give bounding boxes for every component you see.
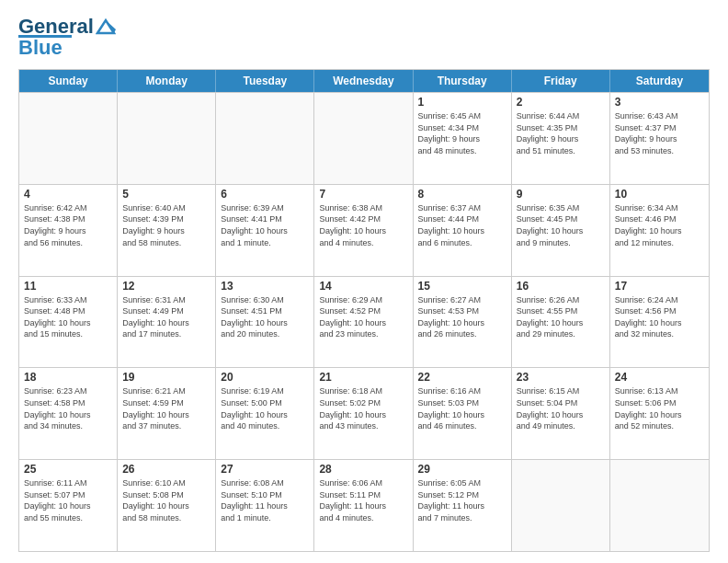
day-info: Sunrise: 6:16 AM Sunset: 5:03 PM Dayligh… bbox=[418, 385, 506, 431]
day-number: 7 bbox=[319, 188, 407, 201]
day-number: 12 bbox=[122, 280, 210, 293]
day-cell-23: 23Sunrise: 6:15 AM Sunset: 5:04 PM Dayli… bbox=[512, 368, 610, 459]
logo-blue: Blue bbox=[18, 36, 63, 60]
day-cell-25: 25Sunrise: 6:11 AM Sunset: 5:07 PM Dayli… bbox=[19, 460, 118, 551]
day-cell-19: 19Sunrise: 6:21 AM Sunset: 4:59 PM Dayli… bbox=[118, 368, 216, 459]
day-info: Sunrise: 6:08 AM Sunset: 5:10 PM Dayligh… bbox=[221, 477, 309, 523]
day-info: Sunrise: 6:38 AM Sunset: 4:42 PM Dayligh… bbox=[319, 202, 407, 248]
day-info: Sunrise: 6:37 AM Sunset: 4:44 PM Dayligh… bbox=[418, 202, 506, 248]
day-number: 1 bbox=[418, 96, 506, 109]
day-number: 29 bbox=[418, 463, 506, 476]
day-number: 6 bbox=[221, 188, 309, 201]
day-number: 26 bbox=[122, 463, 210, 476]
empty-cell-r0c2 bbox=[216, 93, 314, 184]
day-cell-8: 8Sunrise: 6:37 AM Sunset: 4:44 PM Daylig… bbox=[414, 185, 512, 276]
day-cell-15: 15Sunrise: 6:27 AM Sunset: 4:53 PM Dayli… bbox=[414, 277, 512, 368]
day-info: Sunrise: 6:11 AM Sunset: 5:07 PM Dayligh… bbox=[24, 477, 112, 523]
day-number: 3 bbox=[615, 96, 704, 109]
calendar-row-5: 25Sunrise: 6:11 AM Sunset: 5:07 PM Dayli… bbox=[19, 459, 709, 551]
weekday-header-thursday: Thursday bbox=[414, 70, 512, 92]
day-info: Sunrise: 6:18 AM Sunset: 5:02 PM Dayligh… bbox=[319, 385, 407, 431]
weekday-header-saturday: Saturday bbox=[610, 70, 709, 92]
day-info: Sunrise: 6:39 AM Sunset: 4:41 PM Dayligh… bbox=[221, 202, 309, 248]
day-info: Sunrise: 6:45 AM Sunset: 4:34 PM Dayligh… bbox=[418, 110, 506, 156]
calendar-row-2: 4Sunrise: 6:42 AM Sunset: 4:38 PM Daylig… bbox=[19, 184, 709, 276]
empty-cell-r0c3 bbox=[314, 93, 413, 184]
day-cell-13: 13Sunrise: 6:30 AM Sunset: 4:51 PM Dayli… bbox=[216, 277, 314, 368]
day-cell-20: 20Sunrise: 6:19 AM Sunset: 5:00 PM Dayli… bbox=[216, 368, 314, 459]
day-number: 13 bbox=[221, 280, 309, 293]
day-info: Sunrise: 6:19 AM Sunset: 5:00 PM Dayligh… bbox=[221, 385, 309, 431]
day-info: Sunrise: 6:40 AM Sunset: 4:39 PM Dayligh… bbox=[122, 202, 210, 248]
day-cell-17: 17Sunrise: 6:24 AM Sunset: 4:56 PM Dayli… bbox=[610, 277, 709, 368]
day-cell-5: 5Sunrise: 6:40 AM Sunset: 4:39 PM Daylig… bbox=[118, 185, 216, 276]
day-number: 9 bbox=[517, 188, 605, 201]
day-number: 15 bbox=[418, 280, 506, 293]
calendar: SundayMondayTuesdayWednesdayThursdayFrid… bbox=[18, 69, 710, 552]
empty-cell-r4c6 bbox=[610, 460, 709, 551]
day-cell-16: 16Sunrise: 6:26 AM Sunset: 4:55 PM Dayli… bbox=[512, 277, 610, 368]
day-number: 28 bbox=[319, 463, 407, 476]
day-cell-26: 26Sunrise: 6:10 AM Sunset: 5:08 PM Dayli… bbox=[118, 460, 216, 551]
day-cell-28: 28Sunrise: 6:06 AM Sunset: 5:11 PM Dayli… bbox=[314, 460, 413, 551]
page: General Blue SundayMondayTuesdayWednesda… bbox=[0, 0, 728, 563]
day-cell-14: 14Sunrise: 6:29 AM Sunset: 4:52 PM Dayli… bbox=[314, 277, 413, 368]
day-number: 14 bbox=[319, 280, 407, 293]
weekday-header-friday: Friday bbox=[512, 70, 610, 92]
day-cell-9: 9Sunrise: 6:35 AM Sunset: 4:45 PM Daylig… bbox=[512, 185, 610, 276]
day-number: 25 bbox=[24, 463, 112, 476]
day-number: 10 bbox=[615, 188, 704, 201]
day-cell-21: 21Sunrise: 6:18 AM Sunset: 5:02 PM Dayli… bbox=[314, 368, 413, 459]
day-number: 24 bbox=[615, 371, 704, 384]
day-cell-3: 3Sunrise: 6:43 AM Sunset: 4:37 PM Daylig… bbox=[610, 93, 709, 184]
header: General Blue bbox=[18, 15, 710, 60]
day-number: 8 bbox=[418, 188, 506, 201]
calendar-row-1: 1Sunrise: 6:45 AM Sunset: 4:34 PM Daylig… bbox=[19, 92, 709, 184]
day-info: Sunrise: 6:26 AM Sunset: 4:55 PM Dayligh… bbox=[517, 294, 605, 340]
day-cell-11: 11Sunrise: 6:33 AM Sunset: 4:48 PM Dayli… bbox=[19, 277, 118, 368]
empty-cell-r4c5 bbox=[512, 460, 610, 551]
day-info: Sunrise: 6:33 AM Sunset: 4:48 PM Dayligh… bbox=[24, 294, 112, 340]
day-number: 4 bbox=[24, 188, 112, 201]
day-info: Sunrise: 6:44 AM Sunset: 4:35 PM Dayligh… bbox=[517, 110, 605, 156]
day-number: 27 bbox=[221, 463, 309, 476]
logo-icon bbox=[96, 17, 116, 37]
day-info: Sunrise: 6:30 AM Sunset: 4:51 PM Dayligh… bbox=[221, 294, 309, 340]
day-info: Sunrise: 6:34 AM Sunset: 4:46 PM Dayligh… bbox=[615, 202, 704, 248]
weekday-header-sunday: Sunday bbox=[19, 70, 118, 92]
day-number: 22 bbox=[418, 371, 506, 384]
day-cell-7: 7Sunrise: 6:38 AM Sunset: 4:42 PM Daylig… bbox=[314, 185, 413, 276]
day-info: Sunrise: 6:24 AM Sunset: 4:56 PM Dayligh… bbox=[615, 294, 704, 340]
day-info: Sunrise: 6:06 AM Sunset: 5:11 PM Dayligh… bbox=[319, 477, 407, 523]
day-info: Sunrise: 6:35 AM Sunset: 4:45 PM Dayligh… bbox=[517, 202, 605, 248]
day-number: 5 bbox=[122, 188, 210, 201]
day-info: Sunrise: 6:10 AM Sunset: 5:08 PM Dayligh… bbox=[122, 477, 210, 523]
calendar-header: SundayMondayTuesdayWednesdayThursdayFrid… bbox=[19, 70, 709, 92]
calendar-row-3: 11Sunrise: 6:33 AM Sunset: 4:48 PM Dayli… bbox=[19, 276, 709, 368]
day-cell-29: 29Sunrise: 6:05 AM Sunset: 5:12 PM Dayli… bbox=[414, 460, 512, 551]
day-number: 23 bbox=[517, 371, 605, 384]
day-info: Sunrise: 6:29 AM Sunset: 4:52 PM Dayligh… bbox=[319, 294, 407, 340]
day-number: 20 bbox=[221, 371, 309, 384]
day-cell-1: 1Sunrise: 6:45 AM Sunset: 4:34 PM Daylig… bbox=[414, 93, 512, 184]
calendar-row-4: 18Sunrise: 6:23 AM Sunset: 4:58 PM Dayli… bbox=[19, 367, 709, 459]
day-number: 11 bbox=[24, 280, 112, 293]
day-cell-12: 12Sunrise: 6:31 AM Sunset: 4:49 PM Dayli… bbox=[118, 277, 216, 368]
day-info: Sunrise: 6:27 AM Sunset: 4:53 PM Dayligh… bbox=[418, 294, 506, 340]
day-number: 2 bbox=[517, 96, 605, 109]
day-cell-22: 22Sunrise: 6:16 AM Sunset: 5:03 PM Dayli… bbox=[414, 368, 512, 459]
day-cell-10: 10Sunrise: 6:34 AM Sunset: 4:46 PM Dayli… bbox=[610, 185, 709, 276]
day-cell-6: 6Sunrise: 6:39 AM Sunset: 4:41 PM Daylig… bbox=[216, 185, 314, 276]
day-info: Sunrise: 6:15 AM Sunset: 5:04 PM Dayligh… bbox=[517, 385, 605, 431]
day-cell-24: 24Sunrise: 6:13 AM Sunset: 5:06 PM Dayli… bbox=[610, 368, 709, 459]
day-cell-4: 4Sunrise: 6:42 AM Sunset: 4:38 PM Daylig… bbox=[19, 185, 118, 276]
svg-marker-1 bbox=[106, 20, 116, 33]
empty-cell-r0c1 bbox=[118, 93, 216, 184]
day-number: 17 bbox=[615, 280, 704, 293]
weekday-header-wednesday: Wednesday bbox=[314, 70, 413, 92]
day-info: Sunrise: 6:21 AM Sunset: 4:59 PM Dayligh… bbox=[122, 385, 210, 431]
day-cell-18: 18Sunrise: 6:23 AM Sunset: 4:58 PM Dayli… bbox=[19, 368, 118, 459]
day-info: Sunrise: 6:43 AM Sunset: 4:37 PM Dayligh… bbox=[615, 110, 704, 156]
logo: General Blue bbox=[18, 15, 116, 60]
day-cell-2: 2Sunrise: 6:44 AM Sunset: 4:35 PM Daylig… bbox=[512, 93, 610, 184]
